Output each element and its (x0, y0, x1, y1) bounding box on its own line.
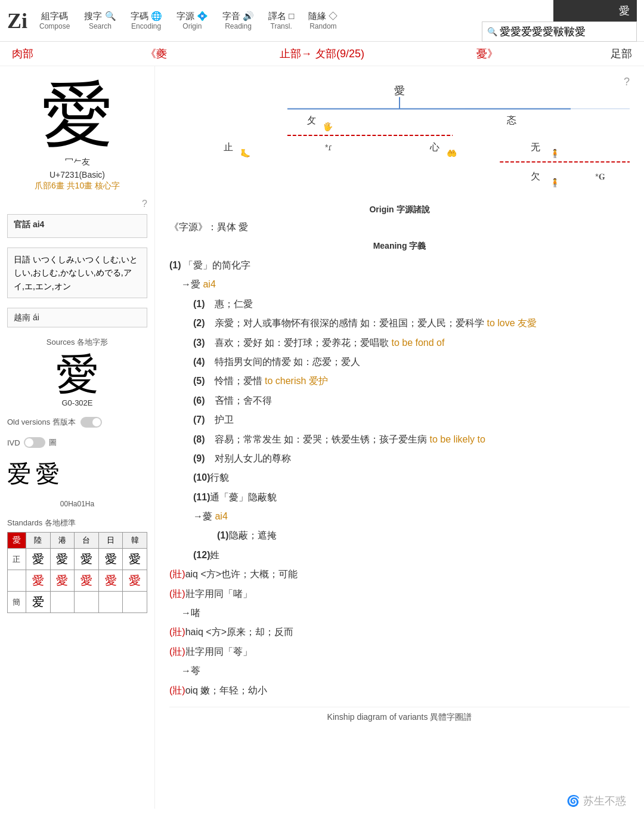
std-header-0: 愛 (8, 533, 26, 549)
svg-text:*ɾ: *ɾ (325, 143, 332, 152)
list-item: →愛 ai4 (181, 276, 630, 293)
char-display: 愛 冖𠂉友 U+7231(Basic) 爪部6畫 共10畫 核心字 (7, 76, 147, 196)
nav-origin[interactable]: 字源 💠 Origin (177, 11, 208, 30)
std-cell-3-2 (50, 592, 75, 613)
list-item: (6) 吝惜；舍不得 (193, 392, 630, 410)
old-versions-toggle[interactable] (80, 417, 102, 428)
nav-transl-zh: 譯名 □ (268, 11, 294, 22)
nav-random-zh: 隨緣 ◇ (308, 11, 338, 22)
nav-compose-en: Compose (39, 22, 70, 30)
nav-reading[interactable]: 字音 🔊 Reading (222, 11, 254, 30)
svg-text:止: 止 (224, 142, 233, 152)
search-box[interactable]: 愛 (553, 0, 637, 21)
main-layout: 愛 冖𠂉友 U+7231(Basic) 爪部6畫 共10畫 核心字 ? 官話 a… (0, 66, 644, 809)
standards-table: 愛 陸 港 台 日 韓 正 愛 愛 愛 愛 愛 愛 (7, 532, 147, 613)
tree-diagram: 愛 攵 🖐 忞 止 🦶 *ɾ 心 🤲 无 🧍 (169, 76, 630, 195)
list-item: (壯)壯字用同「荂」 (169, 643, 630, 661)
char-strokes: 爪部6畫 共10畫 核心字 (35, 181, 120, 191)
nav-transl[interactable]: 譯名 □ Transl. (268, 11, 294, 30)
std-row-label-2 (8, 570, 26, 592)
ivd-char-2: 愛 (36, 457, 60, 490)
bc-left-arrow[interactable]: 《夔 (145, 47, 167, 61)
right-panel: ? 愛 攵 🖐 忞 止 🦶 *ɾ 心 🤲 (155, 66, 644, 809)
list-item: (12)姓 (193, 546, 630, 564)
bc-right-arrow[interactable]: 憂》 (476, 47, 498, 61)
std-cell-3-5 (123, 592, 147, 613)
ivd-toggle-label: 圖 (49, 437, 57, 448)
list-item: (1)隐蔽；遮掩 (217, 527, 630, 545)
char-components: 冖𠂉友 (65, 157, 90, 168)
list-item: (7) 护卫 (193, 411, 630, 429)
list-item: (3) 喜欢；爱好 如：爱打球；爱养花；爱唱歌 to be fond of (193, 334, 630, 352)
nav-random-en: Random (309, 22, 336, 30)
sources-label: Sources 各地字形 (47, 337, 108, 348)
std-cell-2-5: 愛 (123, 570, 147, 592)
std-row-label-1: 正 (8, 549, 26, 570)
source-code: G0-302E (61, 398, 92, 407)
list-item: (4) 特指男女间的情爱 如：恋爱；爱人 (193, 353, 630, 371)
search-icon-small: 🔍 (487, 27, 497, 36)
bc-left[interactable]: 肉部 (12, 47, 33, 61)
nav-search-en: Search (89, 22, 112, 30)
svg-text:*𝐆: *𝐆 (595, 172, 605, 181)
ivd-knob (25, 438, 33, 447)
standards-label: Standards 各地標準 (7, 518, 147, 528)
ivd-label: IVD (7, 438, 20, 447)
svg-text:心: 心 (429, 142, 439, 152)
search-results-text: 愛愛爱愛愛皸皸愛 (500, 24, 586, 39)
nav-compose-zh: 組字碼 (41, 11, 68, 22)
list-item: →啫 (181, 604, 630, 622)
japanese-label: 日語 (14, 255, 33, 264)
std-cell-1-3: 愛 (75, 549, 99, 570)
std-cell-3-1: 爱 (26, 592, 50, 613)
std-header-2: 港 (50, 533, 75, 549)
help-icon[interactable]: ? (142, 199, 147, 209)
svg-text:🦶: 🦶 (240, 149, 251, 159)
nav-compose[interactable]: 組字碼 Compose (39, 11, 70, 30)
list-item: (壯)oiq 嫩；年轻；幼小 (169, 682, 630, 700)
japanese-box: 日語 いつくしみ,いつくしむ,いとしい,おしむ,かなしい,めでる,アイ,エ,エン… (7, 248, 147, 298)
japanese-value: いつくしみ,いつくしむ,いとしい,おしむ,かなしい,めでる,アイ,エ,エン,オン (14, 255, 138, 291)
ivd-chars: 爱 愛 (7, 457, 147, 490)
std-header-1: 陸 (26, 533, 50, 549)
meaning-content: (1) 「愛」的简化字 →愛 ai4 (1) 惠；仁愛 (2) 亲愛；对人或事物… (169, 256, 630, 700)
top-nav: Zi 組字碼 Compose 搜字 🔍 Search 字碼 🌐 Encoding… (0, 0, 644, 42)
standards-section: Standards 各地標準 愛 陸 港 台 日 韓 正 愛 愛 愛 愛 愛 (7, 518, 147, 613)
viet-label: 越南 ái (14, 313, 39, 322)
pronunciation-box: 官話 ai4 (7, 214, 147, 238)
svg-text:欠: 欠 (531, 171, 540, 181)
table-row: 正 愛 愛 愛 愛 愛 (8, 549, 147, 570)
svg-text:愛: 愛 (394, 85, 405, 97)
list-item: (10)行貌 (193, 469, 630, 487)
svg-text:无: 无 (531, 142, 540, 152)
nav-items: 組字碼 Compose 搜字 🔍 Search 字碼 🌐 Encoding 字源… (39, 11, 482, 30)
toggle-knob (92, 418, 101, 426)
watermark: 🌀 苏生不惑 (566, 794, 626, 808)
nav-search[interactable]: 搜字 🔍 Search (84, 11, 116, 30)
list-item: (9) 对别人女儿的尊称 (193, 450, 630, 468)
nav-encoding-zh: 字碼 🌐 (131, 11, 162, 22)
left-panel: 愛 冖𠂉友 U+7231(Basic) 爪部6畫 共10畫 核心字 ? 官話 a… (0, 66, 155, 809)
std-cell-2-3: 愛 (75, 570, 99, 592)
bottom-label: Kinship diagram of variants 異體字圈譜 (169, 707, 630, 723)
tree-help-icon[interactable]: ? (624, 76, 630, 88)
nav-search-zh: 搜字 🔍 (84, 11, 116, 22)
std-header-3: 台 (75, 533, 99, 549)
viet-box: 越南 ái (7, 308, 147, 327)
nav-random[interactable]: 隨緣 ◇ Random (308, 11, 338, 30)
list-item: (1) 「愛」的简化字 (169, 256, 630, 274)
search-area: 愛 🔍 愛愛爱愛愛皸皸愛 (482, 0, 637, 42)
pron-label: 官話 ai4 (14, 219, 141, 230)
list-item: (1) 惠；仁愛 (193, 295, 630, 313)
list-item: (5) 怜惜；爱惜 to cherish 爱护 (193, 372, 630, 390)
app-logo: Zi (7, 8, 27, 33)
list-item: (2) 亲愛；对人或事物怀有很深的感情 如：爱祖国；爱人民；爱科学 to lov… (193, 314, 630, 332)
nav-encoding[interactable]: 字碼 🌐 Encoding (131, 11, 162, 30)
std-cell-1-4: 愛 (98, 549, 123, 570)
nav-reading-zh: 字音 🔊 (222, 11, 254, 22)
bc-right[interactable]: 足部 (611, 47, 632, 61)
ivd-toggle[interactable] (24, 437, 45, 448)
list-item: (壯)haiq <方>原来；却；反而 (169, 623, 630, 641)
nav-origin-zh: 字源 💠 (177, 11, 208, 22)
nav-transl-en: Transl. (271, 22, 292, 30)
